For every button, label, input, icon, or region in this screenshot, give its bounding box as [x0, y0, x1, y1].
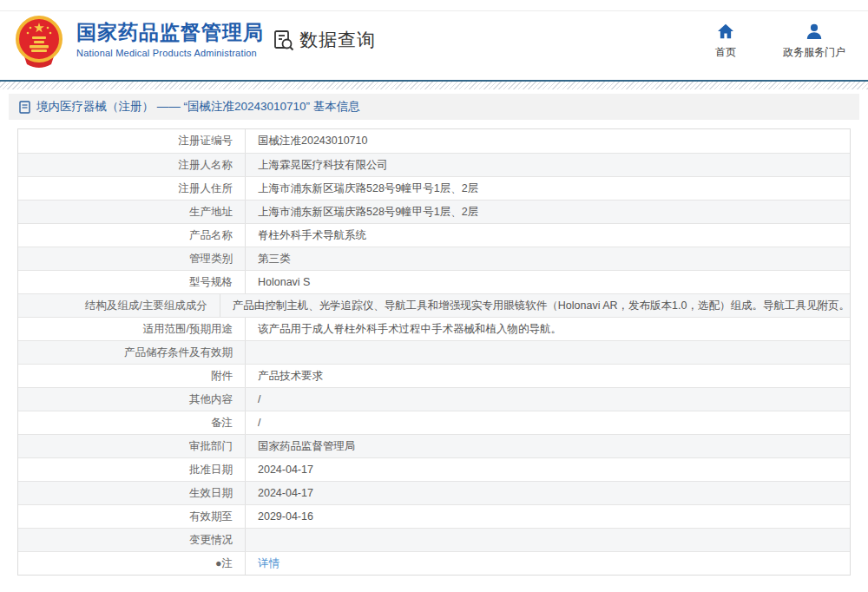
- row-value: 国家药品监督管理局: [246, 435, 850, 457]
- table-row: 生效日期2024-04-17: [18, 481, 850, 504]
- nmpa-emblem-logo[interactable]: [10, 13, 68, 70]
- row-label: 注册人住所: [18, 177, 246, 200]
- breadcrumb-text: 境内医疗器械（注册） —— “国械注准20243010710” 基本信息: [36, 99, 360, 115]
- row-value: 上海市浦东新区瑞庆路528号9幢甲号1层、2层: [246, 201, 850, 223]
- nav-item-service-portal[interactable]: 政务服务门户: [783, 23, 845, 60]
- row-value: 上海市浦东新区瑞庆路528号9幢甲号1层、2层: [246, 177, 850, 200]
- org-title-block: 国家药品监督管理局 National Medical Products Admi…: [76, 21, 264, 58]
- header-nav: 首页 政务服务门户: [705, 23, 845, 60]
- row-value: 国械注准20243010710: [246, 129, 850, 153]
- table-row: 注册人住所上海市浦东新区瑞庆路528号9幢甲号1层、2层: [18, 176, 850, 200]
- row-value: Holonavi S: [246, 271, 850, 293]
- row-label: 批准日期: [18, 458, 246, 481]
- row-value: [246, 341, 850, 364]
- nav-portal-label: 政务服务门户: [783, 45, 845, 60]
- data-query-label: 数据查询: [299, 28, 376, 52]
- row-label: 型号规格: [18, 271, 246, 293]
- nav-home-label: 首页: [715, 45, 736, 60]
- row-value: /: [246, 411, 850, 434]
- row-value: 上海霖晃医疗科技有限公司: [246, 154, 850, 176]
- row-label: 注册人名称: [18, 154, 246, 176]
- org-name-cn: 国家药品监督管理局: [76, 21, 264, 43]
- national-emblem-icon: [10, 13, 68, 70]
- table-row: 注册证编号国械注准20243010710: [18, 129, 850, 153]
- row-value: 第三类: [246, 247, 850, 270]
- breadcrumb: 境内医疗器械（注册） —— “国械注准20243010710” 基本信息: [9, 94, 859, 120]
- row-label: 审批部门: [18, 435, 246, 457]
- home-icon: [717, 23, 734, 39]
- table-row: 审批部门国家药品监督管理局: [18, 434, 850, 457]
- row-value: 2024-04-17: [246, 482, 850, 504]
- table-row: ●注详情: [18, 551, 850, 575]
- row-label: 生效日期: [18, 482, 246, 504]
- registration-table: 注册证编号国械注准20243010710注册人名称上海霖晃医疗科技有限公司注册人…: [17, 128, 851, 576]
- nav-item-home[interactable]: 首页: [705, 23, 746, 60]
- row-label: 管理类别: [18, 247, 246, 270]
- table-row: 批准日期2024-04-17: [18, 457, 850, 481]
- document-icon: [19, 101, 30, 114]
- table-row: 结构及组成/主要组成成分产品由控制主机、光学追踪仪、导航工具和增强现实专用眼镜软…: [18, 293, 850, 317]
- row-value: 2029-04-16: [246, 505, 850, 528]
- row-value: [246, 529, 850, 551]
- row-label: 附件: [18, 365, 246, 387]
- row-label: 产品储存条件及有效期: [18, 341, 246, 364]
- org-name-en: National Medical Products Administration: [76, 48, 264, 58]
- table-row: 生产地址上海市浦东新区瑞庆路528号9幢甲号1层、2层: [18, 200, 850, 223]
- row-value: /: [246, 388, 850, 411]
- top-divider: [0, 10, 868, 11]
- table-row: 注册人名称上海霖晃医疗科技有限公司: [18, 153, 850, 176]
- row-label: 变更情况: [18, 529, 246, 551]
- row-value: 详情: [246, 552, 850, 575]
- row-value: 2024-04-17: [246, 458, 850, 481]
- page-header: 国家药品监督管理局 National Medical Products Admi…: [0, 0, 868, 80]
- row-label: 生产地址: [18, 201, 246, 223]
- table-row: 其他内容/: [18, 387, 850, 411]
- row-label: 注册证编号: [18, 129, 246, 153]
- user-icon: [806, 23, 823, 39]
- row-label: 适用范围/预期用途: [18, 318, 246, 340]
- table-row: 附件产品技术要求: [18, 364, 850, 387]
- detail-link[interactable]: 详情: [258, 556, 279, 571]
- row-label: ●注: [18, 552, 246, 575]
- table-row: 有效期至2029-04-16: [18, 504, 850, 528]
- row-label: 备注: [18, 411, 246, 434]
- table-row: 产品储存条件及有效期: [18, 340, 850, 364]
- row-label: 其他内容: [18, 388, 246, 411]
- table-row: 型号规格Holonavi S: [18, 270, 850, 293]
- row-value: 产品技术要求: [246, 365, 850, 387]
- data-query-icon: [272, 29, 295, 52]
- table-row: 管理类别第三类: [18, 247, 850, 270]
- row-value: 产品由控制主机、光学追踪仪、导航工具和增强现实专用眼镜软件（Holonavi A…: [220, 294, 850, 317]
- table-row: 变更情况: [18, 528, 850, 551]
- data-query-section[interactable]: 数据查询: [272, 28, 376, 52]
- row-value: 脊柱外科手术导航系统: [246, 224, 850, 247]
- row-label: 结构及组成/主要组成成分: [18, 294, 220, 317]
- row-label: 产品名称: [18, 224, 246, 247]
- row-value: 该产品用于成人脊柱外科手术过程中手术器械和植入物的导航。: [246, 318, 850, 340]
- table-row: 产品名称脊柱外科手术导航系统: [18, 223, 850, 247]
- table-row: 适用范围/预期用途该产品用于成人脊柱外科手术过程中手术器械和植入物的导航。: [18, 317, 850, 340]
- row-label: 有效期至: [18, 505, 246, 528]
- table-row: 备注/: [18, 411, 850, 434]
- hatched-band: [0, 82, 868, 89]
